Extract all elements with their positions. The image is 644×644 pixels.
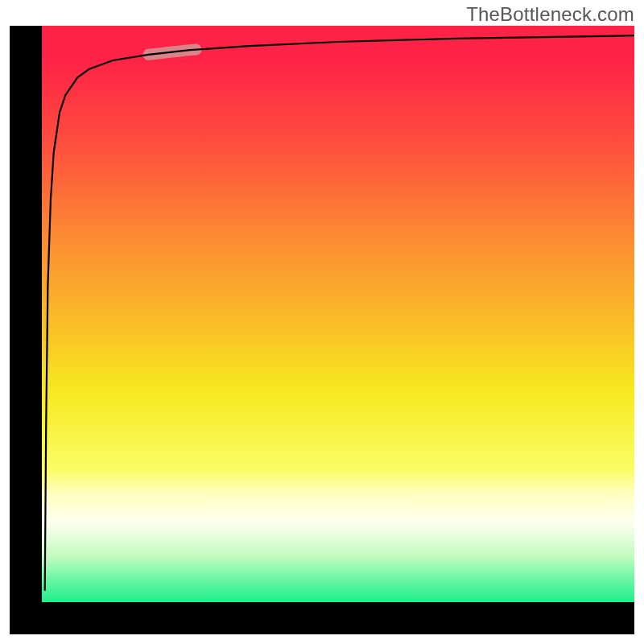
attribution-label: TheBottleneck.com — [466, 3, 634, 26]
curve-line — [45, 35, 634, 591]
curve-layer — [42, 26, 634, 602]
plot-frame — [10, 26, 634, 634]
plot-area — [42, 26, 634, 602]
chart-container: TheBottleneck.com — [0, 0, 644, 644]
